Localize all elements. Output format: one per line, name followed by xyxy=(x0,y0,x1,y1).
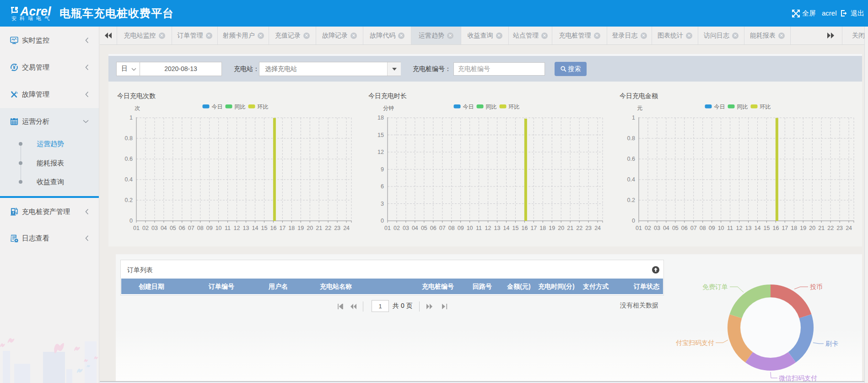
svg-text:11: 11 xyxy=(225,225,231,231)
svg-text:15: 15 xyxy=(377,132,384,138)
svg-text:22: 22 xyxy=(325,225,331,231)
svg-text:19: 19 xyxy=(800,225,806,231)
svg-text:免费订单: 免费订单 xyxy=(702,283,728,290)
svg-text:19: 19 xyxy=(549,225,555,231)
svg-text:刷卡: 刷卡 xyxy=(825,340,838,347)
svg-text:16: 16 xyxy=(521,225,528,231)
svg-text:今日充电金额: 今日充电金额 xyxy=(620,92,658,99)
svg-text:11: 11 xyxy=(476,225,482,231)
svg-text:分钟: 分钟 xyxy=(383,105,394,111)
svg-text:今日充电次数: 今日充电次数 xyxy=(117,92,156,99)
svg-text:02: 02 xyxy=(394,225,400,231)
svg-text:16: 16 xyxy=(270,225,276,231)
svg-text:15: 15 xyxy=(763,225,770,231)
svg-text:21: 21 xyxy=(818,225,825,231)
svg-text:21: 21 xyxy=(316,225,322,231)
svg-text:1: 1 xyxy=(632,115,635,121)
svg-text:21: 21 xyxy=(567,225,573,231)
svg-text:13: 13 xyxy=(494,225,501,231)
svg-text:0.2: 0.2 xyxy=(627,197,635,203)
svg-text:元: 元 xyxy=(637,105,642,111)
svg-text:07: 07 xyxy=(188,225,194,231)
svg-text:0.4: 0.4 xyxy=(627,176,635,183)
svg-text:微信扫码支付: 微信扫码支付 xyxy=(779,374,817,382)
svg-text:23: 23 xyxy=(836,225,843,231)
svg-text:3: 3 xyxy=(381,201,384,207)
svg-text:02: 02 xyxy=(645,225,651,231)
svg-text:07: 07 xyxy=(439,225,446,231)
svg-text:18: 18 xyxy=(288,225,295,231)
svg-text:02: 02 xyxy=(142,225,149,231)
svg-text:24: 24 xyxy=(343,225,350,231)
svg-text:6: 6 xyxy=(381,183,384,190)
svg-text:04: 04 xyxy=(412,225,418,231)
svg-text:今日: 今日 xyxy=(463,104,474,110)
svg-text:0.6: 0.6 xyxy=(125,156,133,162)
svg-text:18: 18 xyxy=(377,115,384,121)
svg-text:同比: 同比 xyxy=(235,104,246,110)
svg-text:同比: 同比 xyxy=(737,104,748,110)
svg-text:14: 14 xyxy=(503,225,510,231)
svg-text:同比: 同比 xyxy=(486,104,497,110)
svg-text:今日: 今日 xyxy=(714,104,725,110)
svg-text:05: 05 xyxy=(170,225,176,231)
svg-text:06: 06 xyxy=(681,225,688,231)
svg-text:0.4: 0.4 xyxy=(125,176,133,183)
svg-text:12: 12 xyxy=(377,149,384,155)
svg-text:04: 04 xyxy=(161,225,167,231)
svg-text:15: 15 xyxy=(261,225,267,231)
svg-text:09: 09 xyxy=(709,225,715,231)
svg-text:04: 04 xyxy=(663,225,669,231)
svg-text:24: 24 xyxy=(594,225,601,231)
svg-text:06: 06 xyxy=(179,225,185,231)
svg-text:03: 03 xyxy=(654,225,660,231)
svg-text:23: 23 xyxy=(585,225,592,231)
svg-text:03: 03 xyxy=(403,225,409,231)
svg-text:10: 10 xyxy=(718,225,724,231)
svg-text:今日充电时长: 今日充电时长 xyxy=(368,92,407,99)
svg-text:19: 19 xyxy=(297,225,304,231)
svg-text:付宝扫码支付: 付宝扫码支付 xyxy=(676,339,714,346)
svg-text:17: 17 xyxy=(530,225,537,231)
svg-text:01: 01 xyxy=(636,225,642,231)
svg-text:投币: 投币 xyxy=(810,283,823,290)
svg-text:17: 17 xyxy=(782,225,788,231)
svg-text:11: 11 xyxy=(727,225,733,231)
svg-text:12: 12 xyxy=(736,225,743,231)
svg-text:07: 07 xyxy=(690,225,697,231)
svg-text:08: 08 xyxy=(197,225,204,231)
svg-text:20: 20 xyxy=(307,225,313,231)
svg-text:0: 0 xyxy=(632,218,635,224)
svg-text:03: 03 xyxy=(151,225,158,231)
svg-text:环比: 环比 xyxy=(508,104,520,110)
svg-text:24: 24 xyxy=(846,225,852,231)
svg-text:12: 12 xyxy=(234,225,240,231)
svg-text:20: 20 xyxy=(809,225,815,231)
svg-text:0: 0 xyxy=(381,218,384,224)
svg-text:18: 18 xyxy=(539,225,546,231)
svg-text:23: 23 xyxy=(334,225,340,231)
svg-text:14: 14 xyxy=(755,225,761,231)
svg-text:15: 15 xyxy=(512,225,518,231)
svg-text:环比: 环比 xyxy=(760,104,771,110)
svg-text:09: 09 xyxy=(458,225,464,231)
svg-text:今日: 今日 xyxy=(212,104,223,110)
svg-text:12: 12 xyxy=(485,225,491,231)
svg-text:0.8: 0.8 xyxy=(627,135,635,142)
svg-text:1: 1 xyxy=(129,115,133,121)
svg-text:13: 13 xyxy=(745,225,752,231)
svg-text:01: 01 xyxy=(384,225,391,231)
svg-text:10: 10 xyxy=(467,225,473,231)
svg-text:0: 0 xyxy=(129,218,133,224)
svg-text:01: 01 xyxy=(133,225,140,231)
svg-text:22: 22 xyxy=(827,225,834,231)
svg-text:22: 22 xyxy=(576,225,582,231)
svg-text:16: 16 xyxy=(772,225,779,231)
svg-text:13: 13 xyxy=(243,225,249,231)
svg-text:18: 18 xyxy=(791,225,797,231)
svg-text:0.2: 0.2 xyxy=(125,197,133,203)
svg-text:06: 06 xyxy=(430,225,437,231)
svg-text:05: 05 xyxy=(672,225,679,231)
svg-text:环比: 环比 xyxy=(257,104,269,110)
svg-text:05: 05 xyxy=(421,225,427,231)
